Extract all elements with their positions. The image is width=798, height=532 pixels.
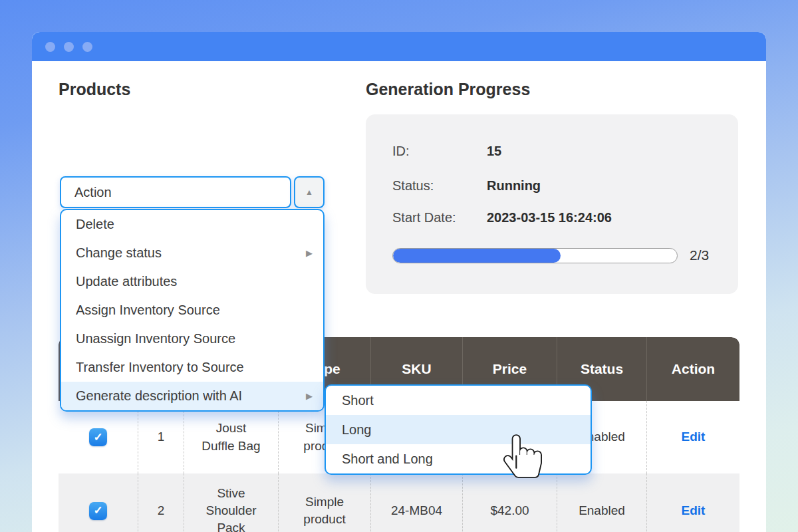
progress-count-label: 2/3 [690, 247, 709, 263]
row-action-cell: Edit [647, 401, 739, 473]
submenu-item-short-and-long[interactable]: Short and Long [326, 444, 591, 473]
ai-description-submenu: Short Long Short and Long [325, 384, 592, 475]
field-label: Start Date: [392, 210, 487, 225]
submenu-item-label: Long [342, 422, 372, 438]
field-value: Running [487, 178, 541, 194]
row-sku-cell: 24-MB04 [371, 473, 463, 532]
row-id-cell: 1 [138, 401, 184, 473]
menu-item-unassign-inventory-source[interactable]: Unassign Inventory Source [61, 325, 323, 353]
action-select-collapse-button[interactable]: ▲ [294, 176, 325, 208]
action-select: Action ▲ [60, 176, 325, 208]
generation-progress-card: ID: 15 Status: Running Start Date: 2023-… [366, 114, 738, 294]
menu-item-generate-description-with-ai[interactable]: Generate description with AI ▶ [61, 382, 323, 410]
action-select-value[interactable]: Action [60, 176, 291, 208]
menu-item-delete[interactable]: Delete [61, 210, 323, 239]
products-heading: Products [59, 80, 130, 99]
browser-window: Products Generation Progress ID: 15 Stat… [32, 32, 766, 532]
submenu-item-long[interactable]: Long [326, 415, 591, 444]
progress-bar-track [392, 248, 678, 263]
window-dot-icon [64, 42, 74, 52]
check-icon: ✓ [93, 503, 102, 518]
row-select-cell: ✓ [59, 401, 138, 473]
chevron-up-icon: ▲ [305, 188, 313, 197]
edit-link[interactable]: Edit [682, 502, 706, 519]
table-row: ✓ 2 Stive Shoulder Pack Simple product 2… [59, 473, 739, 532]
row-select-cell: ✓ [59, 473, 138, 532]
window-dot-icon [82, 42, 92, 52]
progress-field-id: ID: 15 [392, 144, 501, 159]
progress-field-status: Status: Running [392, 178, 541, 194]
menu-item-label: Change status [76, 245, 162, 261]
check-icon: ✓ [93, 430, 102, 445]
row-name-cell: Joust Duffle Bag [184, 401, 279, 473]
row-name-cell: Stive Shoulder Pack [184, 473, 279, 532]
progress-bar-row: 2/3 [392, 247, 725, 263]
hand-pointer-cursor-icon [501, 428, 544, 484]
field-value: 2023-03-15 16:24:06 [487, 210, 612, 225]
menu-item-label: Unassign Inventory Source [76, 331, 235, 346]
field-label: ID: [392, 144, 487, 159]
row-id-cell: 2 [138, 473, 184, 532]
menu-item-label: Assign Inventory Source [76, 303, 220, 318]
submenu-arrow-icon: ▶ [306, 391, 313, 401]
menu-item-transfer-inventory-to-source[interactable]: Transfer Inventory to Source [61, 353, 323, 382]
row-checkbox-checked[interactable]: ✓ [89, 428, 107, 446]
field-label: Status: [392, 178, 487, 194]
menu-item-label: Delete [76, 217, 114, 232]
progress-field-start-date: Start Date: 2023-03-15 16:24:06 [392, 210, 612, 225]
action-dropdown-menu: Delete Change status ▶ Update attributes… [60, 209, 325, 412]
row-action-cell: Edit [647, 473, 739, 532]
edit-link[interactable]: Edit [682, 428, 706, 446]
app-background: Products Generation Progress ID: 15 Stat… [0, 0, 798, 532]
row-status-cell: Enabled [557, 473, 647, 532]
row-checkbox-checked[interactable]: ✓ [89, 502, 107, 520]
submenu-item-short[interactable]: Short [326, 386, 591, 415]
window-dot-icon [45, 42, 55, 52]
row-type-cell: Simple product [279, 473, 371, 532]
menu-item-label: Generate description with AI [76, 388, 242, 404]
header-action: Action [647, 337, 739, 401]
submenu-item-label: Short and Long [342, 452, 433, 467]
field-value: 15 [487, 144, 501, 159]
menu-item-change-status[interactable]: Change status ▶ [61, 239, 323, 267]
progress-bar-fill [393, 249, 561, 263]
window-titlebar [32, 32, 766, 61]
submenu-arrow-icon: ▶ [306, 248, 313, 258]
menu-item-label: Transfer Inventory to Source [76, 360, 244, 375]
menu-item-label: Update attributes [76, 274, 177, 289]
menu-item-update-attributes[interactable]: Update attributes [61, 267, 323, 296]
menu-item-assign-inventory-source[interactable]: Assign Inventory Source [61, 296, 323, 325]
generation-progress-heading: Generation Progress [366, 80, 530, 99]
submenu-item-label: Short [342, 393, 374, 408]
